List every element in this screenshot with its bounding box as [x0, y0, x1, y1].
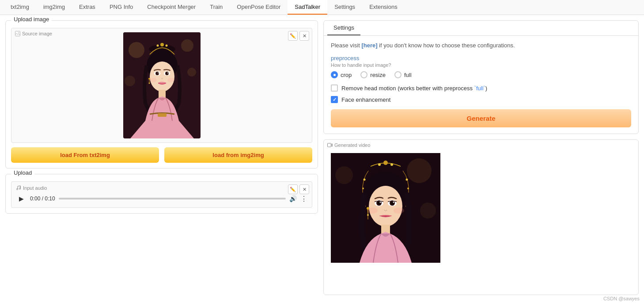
generated-video-area [324, 140, 638, 266]
here-link[interactable]: [here] [361, 42, 377, 49]
footer-credit: CSDN @sawyes [603, 296, 640, 300]
svg-point-38 [378, 163, 381, 166]
settings-content: Please visit [here] if you don't know ho… [324, 36, 638, 134]
remove-head-motion-checkbox[interactable] [331, 84, 338, 92]
image-actions: ✏️ ✕ [288, 31, 309, 41]
svg-point-37 [383, 161, 388, 165]
tab-extensions[interactable]: Extensions [362, 0, 405, 15]
info-prefix: Please visit [331, 42, 361, 49]
tab-openpose-editor[interactable]: OpenPose Editor [230, 0, 288, 15]
edit-audio-button[interactable]: ✏️ [288, 184, 298, 194]
source-image-text: Source image [22, 31, 52, 36]
svg-point-4 [181, 39, 193, 52]
svg-point-41 [362, 188, 364, 189]
radio-full-label: full [404, 72, 412, 78]
tab-img2img[interactable]: img2img [36, 0, 72, 15]
remove-head-motion-row[interactable]: Remove head motion (works better with pr… [331, 84, 631, 92]
upload-audio-section: Upload Input audio ✏️ ✕ [5, 174, 318, 214]
tab-settings[interactable]: Settings [327, 0, 362, 15]
audio-progress-bar[interactable] [59, 198, 286, 199]
audio-player: ▶ 0:00 / 0:10 🔊 ⋮ [16, 193, 307, 204]
load-from-img2img-button[interactable]: load from img2img [164, 147, 312, 163]
radio-full[interactable]: full [394, 71, 412, 78]
settings-tabs: Settings [324, 21, 638, 36]
main-layout: Upload image Source image ✏️ ✕ [0, 15, 644, 300]
svg-point-16 [158, 73, 159, 73]
svg-point-21 [150, 78, 157, 82]
audio-container: Input audio ✏️ ✕ ▶ 0:00 / 0:10 🔊 ⋮ [11, 181, 312, 208]
upload-title: Upload [11, 169, 34, 176]
svg-point-35 [335, 166, 353, 184]
upload-image-section: Upload image Source image ✏️ ✕ [5, 20, 318, 169]
radio-resize-label: resize [370, 72, 386, 78]
svg-point-9 [156, 45, 159, 47]
left-panel: Upload image Source image ✏️ ✕ [5, 20, 323, 295]
load-buttons: load From txt2img load from img2img [11, 147, 312, 163]
tab-png-info[interactable]: PNG Info [102, 0, 140, 15]
preprocess-sublabel: How to handle input image? [331, 62, 631, 68]
load-from-txt2img-button[interactable]: load From txt2img [11, 147, 159, 163]
svg-point-23 [148, 78, 150, 80]
volume-button[interactable]: 🔊 [289, 195, 297, 202]
video-icon [327, 142, 333, 148]
svg-point-53 [380, 202, 381, 203]
svg-point-61 [367, 207, 369, 210]
tab-extras[interactable]: Extras [72, 0, 102, 15]
source-image-container[interactable]: Source image ✏️ ✕ [11, 28, 312, 143]
more-options-button[interactable]: ⋮ [300, 195, 307, 203]
tab-train[interactable]: Train [203, 0, 230, 15]
tab-txt2img[interactable]: txt2img [4, 0, 36, 15]
radio-resize[interactable]: resize [360, 71, 386, 78]
svg-point-34 [407, 158, 432, 183]
audio-time: 0:00 / 0:10 [30, 196, 55, 202]
svg-point-39 [390, 163, 393, 166]
face-enhancement-checkbox[interactable] [331, 96, 338, 103]
source-image-display [123, 32, 201, 138]
input-audio-label: Input audio [16, 185, 307, 191]
svg-point-6 [125, 76, 135, 86]
image-icon [15, 31, 20, 36]
settings-tab[interactable]: Settings [327, 21, 360, 35]
radio-crop[interactable]: crop [331, 71, 352, 78]
svg-point-49 [369, 186, 402, 226]
portrait-svg [123, 32, 201, 138]
play-button[interactable]: ▶ [16, 193, 27, 204]
remove-head-motion-label: Remove head motion (works better with pr… [341, 85, 487, 92]
svg-point-57 [393, 202, 394, 203]
top-navigation: txt2img img2img Extras PNG Info Checkpoi… [0, 0, 644, 15]
generated-video-section: Generated video [323, 139, 639, 295]
svg-point-3 [129, 42, 144, 58]
audio-actions: ✏️ ✕ [288, 184, 309, 194]
face-enhancement-row[interactable]: Face enhancement [331, 96, 631, 103]
tab-sadtalker[interactable]: SadTalker [288, 0, 327, 15]
preprocess-setting-group: preprocess How to handle input image? cr… [331, 55, 631, 78]
right-panel: Settings Please visit [here] if you don'… [323, 20, 639, 295]
svg-point-25 [148, 83, 150, 84]
edit-image-button[interactable]: ✏️ [288, 31, 298, 41]
svg-point-22 [167, 78, 174, 82]
generate-button[interactable]: Generate [331, 109, 631, 127]
radio-resize-circle [360, 71, 367, 78]
info-suffix: if you don't know how to choose these co… [378, 42, 515, 49]
clear-audio-button[interactable]: ✕ [299, 184, 309, 194]
svg-point-63 [367, 214, 369, 216]
upload-image-title: Upload image [11, 16, 52, 23]
svg-point-12 [150, 61, 174, 92]
face-enhancement-label: Face enhancement [341, 96, 390, 103]
backtick-full: `full` [474, 85, 485, 92]
svg-rect-27 [158, 113, 167, 117]
clear-image-button[interactable]: ✕ [299, 31, 309, 41]
radio-crop-circle [331, 71, 338, 78]
preprocess-radio-group: crop resize full [331, 71, 631, 78]
svg-point-60 [394, 207, 404, 214]
tab-checkpoint-merger[interactable]: Checkpoint Merger [140, 0, 203, 15]
svg-point-8 [160, 43, 164, 46]
generated-video-text: Generated video [334, 142, 370, 148]
svg-point-1 [19, 32, 19, 33]
generated-video-display [331, 153, 440, 263]
svg-point-10 [165, 45, 167, 47]
radio-full-circle [394, 71, 402, 78]
svg-point-45 [407, 188, 409, 189]
svg-point-36 [420, 203, 436, 219]
preprocess-label: preprocess [331, 55, 631, 61]
